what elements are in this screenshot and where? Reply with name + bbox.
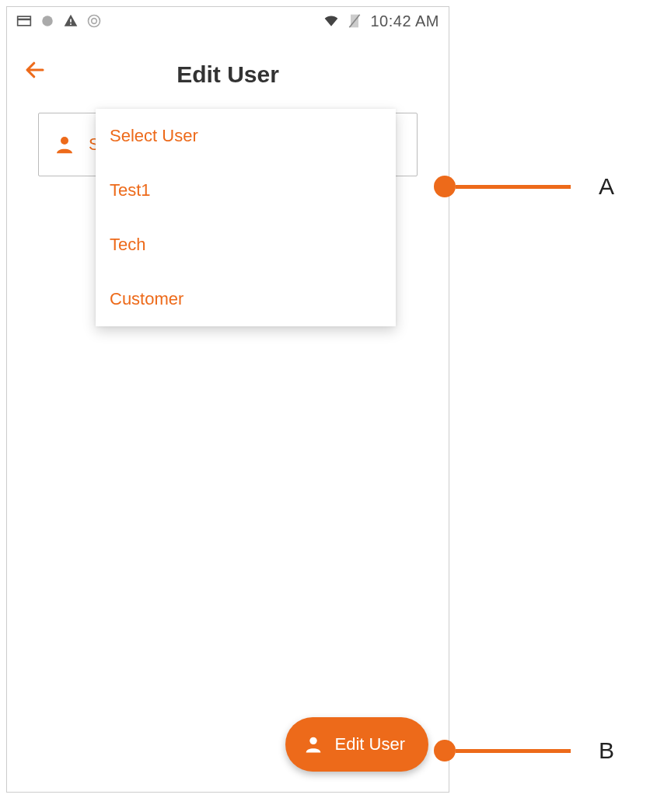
svg-point-2: [42, 16, 53, 26]
dropdown-option-customer[interactable]: Customer: [96, 272, 396, 326]
card-icon: [16, 13, 32, 29]
callout-label-b: B: [599, 737, 614, 764]
edit-user-button[interactable]: Edit User: [285, 717, 428, 772]
edit-user-button-label: Edit User: [335, 734, 405, 754]
page-title: Edit User: [23, 61, 433, 88]
no-sim-icon: [347, 13, 362, 29]
arrow-left-icon: [23, 58, 47, 82]
callout-a: A: [434, 173, 614, 200]
dropdown-option-select-user[interactable]: Select User: [96, 109, 396, 163]
status-bar: 10:42 AM: [7, 7, 449, 35]
callout-dot: [434, 176, 456, 197]
app-header: Edit User: [7, 35, 449, 105]
dropdown-option-tech[interactable]: Tech: [96, 218, 396, 272]
sync-icon: [86, 13, 102, 29]
status-time: 10:42 AM: [370, 12, 439, 30]
circle-icon: [40, 13, 55, 29]
user-icon: [53, 133, 76, 156]
back-button[interactable]: [21, 56, 49, 84]
callout-label-a: A: [599, 173, 614, 200]
status-right-icons: 10:42 AM: [323, 12, 439, 30]
svg-point-7: [61, 137, 68, 145]
svg-rect-1: [18, 19, 31, 21]
svg-rect-3: [70, 19, 72, 23]
svg-point-5: [89, 16, 100, 27]
callout-line: [456, 749, 571, 753]
svg-rect-0: [18, 16, 31, 26]
svg-rect-4: [70, 23, 72, 25]
callout-line: [456, 185, 571, 189]
status-left-icons: [16, 13, 102, 29]
wifi-icon: [323, 13, 339, 29]
phone-frame: 10:42 AM Edit User Select User Select Us…: [6, 6, 449, 793]
select-user-dropdown: Select User Test1 Tech Customer: [96, 109, 396, 326]
user-icon: [302, 734, 324, 755]
svg-point-8: [309, 737, 316, 744]
callout-b: B: [434, 737, 614, 764]
callout-dot: [434, 740, 456, 761]
warning-icon: [63, 13, 79, 29]
content-area: Select User Select User Test1 Tech Custo…: [7, 105, 449, 184]
dropdown-option-test1[interactable]: Test1: [96, 163, 396, 218]
